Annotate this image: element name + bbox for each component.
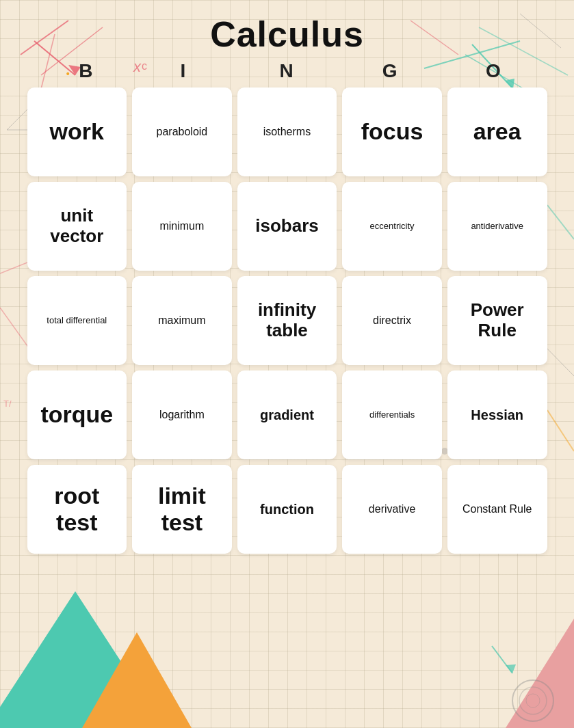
cell-total-differential[interactable]: total differential <box>27 276 127 365</box>
page-title: Calculus <box>210 14 364 55</box>
bingo-letter-g: G <box>339 60 442 82</box>
cell-limit-test[interactable]: limit test <box>132 465 232 554</box>
deco-sketch-bottom <box>369 591 574 728</box>
cell-paraboloid[interactable]: paraboloid <box>132 87 232 176</box>
bingo-grid: work paraboloid isotherms focus area uni… <box>27 87 547 554</box>
cell-antiderivative[interactable]: antiderivative <box>447 182 547 271</box>
cell-torque[interactable]: torque <box>27 370 127 459</box>
cell-isobars[interactable]: isobars <box>237 182 337 271</box>
page-content: Calculus • B I N G O work paraboloid iso… <box>0 0 574 567</box>
cell-differentials[interactable]: differentials <box>342 370 442 459</box>
cell-isotherms[interactable]: isotherms <box>237 87 337 176</box>
cell-minimum[interactable]: minimum <box>132 182 232 271</box>
cell-function[interactable]: function <box>237 465 337 554</box>
bingo-header-row: • B I N G O <box>27 60 547 82</box>
cell-hessian[interactable]: Hessian <box>447 370 547 459</box>
cell-directrix[interactable]: directrix <box>342 276 442 365</box>
bingo-letter-b: • B <box>29 60 132 82</box>
cell-power-rule[interactable]: Power Rule <box>447 276 547 365</box>
cell-unit-vector[interactable]: unit vector <box>27 182 127 271</box>
deco-triangle-orange <box>82 632 192 728</box>
cell-root-test[interactable]: root test <box>27 465 127 554</box>
cell-logarithm[interactable]: logarithm <box>132 370 232 459</box>
cell-derivative[interactable]: derivative <box>342 465 442 554</box>
cell-constant-rule[interactable]: Constant Rule <box>447 465 547 554</box>
cell-gradient[interactable]: gradient <box>237 370 337 459</box>
cell-eccentricity[interactable]: eccentricity <box>342 182 442 271</box>
cell-maximum[interactable]: maximum <box>132 276 232 365</box>
bingo-letter-o: O <box>442 60 545 82</box>
bingo-letter-n: N <box>235 60 339 82</box>
svg-point-31 <box>526 694 540 707</box>
cell-infinity-table[interactable]: infinity table <box>237 276 337 365</box>
bingo-letter-i: I <box>132 60 235 82</box>
cell-work[interactable]: work <box>27 87 127 176</box>
svg-point-30 <box>519 687 547 714</box>
cell-focus[interactable]: focus <box>342 87 442 176</box>
svg-point-29 <box>512 680 553 721</box>
cell-area[interactable]: area <box>447 87 547 176</box>
